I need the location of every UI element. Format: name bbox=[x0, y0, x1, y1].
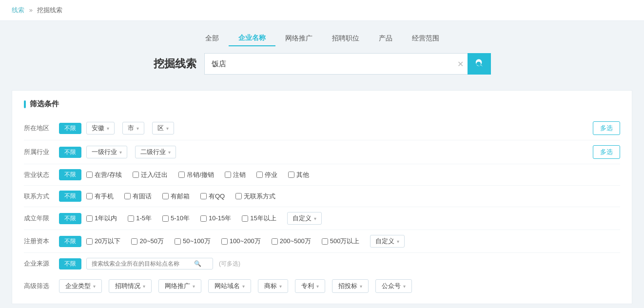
filter-option[interactable]: 10-15年 bbox=[200, 214, 231, 223]
filter-row-label: 注册资本 bbox=[24, 237, 59, 246]
filter-option[interactable]: 5-10年 bbox=[162, 214, 190, 223]
filter-dropdown[interactable]: 区▾ bbox=[152, 122, 174, 135]
filter-option[interactable]: 1年以内 bbox=[86, 214, 117, 223]
search-tab[interactable]: 企业名称 bbox=[229, 31, 275, 46]
filter-row-label: 所属行业 bbox=[24, 148, 59, 156]
search-tab[interactable]: 招聘职位 bbox=[322, 31, 369, 46]
filter-option-label: 迁入/迁出 bbox=[141, 171, 168, 179]
filter-row-label: 成立年限 bbox=[24, 214, 59, 223]
filter-option-label: 吊销/撤销 bbox=[187, 171, 214, 179]
filter-option[interactable]: 1-5年 bbox=[128, 214, 152, 223]
filter-option-checkbox[interactable] bbox=[162, 215, 169, 222]
filter-option[interactable]: 迁入/迁出 bbox=[133, 171, 168, 179]
filter-option-label: 其他 bbox=[296, 171, 309, 179]
filter-options: 20万以下20~50万50~100万100~200万200~500万500万以上… bbox=[86, 235, 620, 248]
filter-row: 营业状态不限在营/存续迁入/迁出吊销/撤销注销停业其他 bbox=[24, 164, 620, 186]
filter-dropdown[interactable]: 二级行业▾ bbox=[135, 146, 176, 158]
source-search-input[interactable] bbox=[92, 260, 194, 267]
advanced-dropdown[interactable]: 网站域名▾ bbox=[208, 279, 251, 293]
filter-option-checkbox[interactable] bbox=[235, 193, 242, 199]
advanced-dropdown[interactable]: 企业类型▾ bbox=[59, 279, 102, 293]
filter-option[interactable]: 注销 bbox=[225, 171, 246, 179]
filter-unlimited-tag[interactable]: 不限 bbox=[59, 258, 81, 270]
filter-option-checkbox[interactable] bbox=[272, 238, 278, 245]
filter-dropdown[interactable]: 市▾ bbox=[122, 122, 144, 135]
filter-options: 🔍(可多选) bbox=[86, 258, 620, 270]
filter-option[interactable]: 吊销/撤销 bbox=[178, 171, 214, 179]
filter-option-checkbox[interactable] bbox=[133, 172, 139, 178]
filter-option-checkbox[interactable] bbox=[86, 172, 93, 178]
filter-option-checkbox[interactable] bbox=[200, 193, 207, 199]
filter-option-checkbox[interactable] bbox=[200, 215, 207, 222]
filter-dropdown[interactable]: 自定义▾ bbox=[370, 235, 405, 248]
search-tab[interactable]: 全部 bbox=[195, 31, 229, 46]
filter-option-checkbox[interactable] bbox=[288, 172, 294, 178]
filter-option-label: 有手机 bbox=[95, 192, 114, 201]
breadcrumb: 线索 » 挖掘线索 bbox=[0, 0, 644, 21]
filter-option[interactable]: 100~200万 bbox=[221, 237, 261, 246]
filter-option-checkbox[interactable] bbox=[86, 193, 93, 199]
search-label: 挖掘线索 bbox=[154, 57, 196, 71]
filter-option-checkbox[interactable] bbox=[131, 238, 137, 245]
filter-unlimited-tag[interactable]: 不限 bbox=[59, 147, 81, 158]
filter-option[interactable]: 200~500万 bbox=[272, 237, 311, 246]
filter-option[interactable]: 有邮箱 bbox=[162, 192, 190, 201]
filter-option[interactable]: 20~50万 bbox=[131, 237, 164, 246]
search-tab[interactable]: 经营范围 bbox=[402, 31, 449, 46]
advanced-dropdown[interactable]: 招聘情况▾ bbox=[109, 279, 152, 293]
filter-option-label: 无联系方式 bbox=[244, 192, 275, 201]
chevron-down-icon: ▾ bbox=[242, 284, 245, 289]
filter-unlimited-tag[interactable]: 不限 bbox=[59, 191, 81, 202]
filter-option-label: 10-15年 bbox=[209, 214, 231, 223]
multi-select-button[interactable]: 多选 bbox=[593, 145, 620, 159]
filter-option[interactable]: 15年以上 bbox=[242, 214, 276, 223]
multi-select-button[interactable]: 多选 bbox=[593, 121, 620, 135]
filter-option[interactable]: 20万以下 bbox=[86, 237, 120, 246]
filter-option-checkbox[interactable] bbox=[162, 193, 169, 199]
chevron-down-icon: ▾ bbox=[93, 284, 96, 289]
advanced-dropdown[interactable]: 公众号▾ bbox=[375, 279, 412, 293]
filter-option[interactable]: 有手机 bbox=[86, 192, 114, 201]
filter-option[interactable]: 停业 bbox=[256, 171, 277, 179]
advanced-dropdown[interactable]: 商标▾ bbox=[258, 279, 288, 293]
search-clear-button[interactable]: ✕ bbox=[457, 59, 464, 69]
filter-unlimited-tag[interactable]: 不限 bbox=[59, 236, 81, 247]
advanced-dropdown[interactable]: 招投标▾ bbox=[332, 279, 369, 293]
filter-dropdown[interactable]: 自定义▾ bbox=[287, 212, 322, 225]
filter-option-checkbox[interactable] bbox=[86, 215, 93, 222]
filter-option[interactable]: 在营/存续 bbox=[86, 171, 122, 179]
breadcrumb-current: 挖掘线索 bbox=[37, 6, 62, 14]
filter-unlimited-tag[interactable]: 不限 bbox=[59, 169, 81, 180]
filter-option-checkbox[interactable] bbox=[322, 238, 328, 245]
filter-option-checkbox[interactable] bbox=[175, 238, 181, 245]
filter-option-label: 15年以上 bbox=[250, 214, 276, 223]
filter-option[interactable]: 无联系方式 bbox=[235, 192, 275, 201]
filter-dropdown[interactable]: 一级行业▾ bbox=[86, 146, 127, 158]
filter-option-checkbox[interactable] bbox=[221, 238, 228, 245]
filter-option[interactable]: 有QQ bbox=[200, 192, 225, 201]
filter-option[interactable]: 500万以上 bbox=[322, 237, 360, 246]
filter-dropdown[interactable]: 安徽▾ bbox=[86, 122, 115, 135]
chevron-down-icon: ▾ bbox=[107, 126, 109, 131]
filter-option-checkbox[interactable] bbox=[128, 215, 134, 222]
filter-option[interactable]: 50~100万 bbox=[175, 237, 211, 246]
filter-option-checkbox[interactable] bbox=[256, 172, 263, 178]
advanced-dropdown[interactable]: 专利▾ bbox=[295, 279, 325, 293]
filter-options: 有手机有固话有邮箱有QQ无联系方式 bbox=[86, 192, 620, 201]
filter-option-checkbox[interactable] bbox=[225, 172, 231, 178]
advanced-dropdown[interactable]: 网络推广▾ bbox=[158, 279, 201, 293]
filter-option-checkbox[interactable] bbox=[124, 193, 131, 199]
search-tab[interactable]: 产品 bbox=[369, 31, 402, 46]
filter-unlimited-tag[interactable]: 不限 bbox=[59, 123, 81, 134]
filter-option-checkbox[interactable] bbox=[86, 238, 93, 245]
filter-option-checkbox[interactable] bbox=[242, 215, 248, 222]
search-input[interactable] bbox=[204, 53, 468, 75]
search-button[interactable] bbox=[468, 53, 491, 75]
filter-unlimited-tag[interactable]: 不限 bbox=[59, 213, 81, 224]
filter-option[interactable]: 其他 bbox=[288, 171, 309, 179]
filter-option[interactable]: 有固话 bbox=[124, 192, 152, 201]
search-tab[interactable]: 网络推广 bbox=[275, 31, 322, 46]
filter-option-label: 1-5年 bbox=[136, 214, 152, 223]
filter-option-checkbox[interactable] bbox=[178, 172, 185, 178]
breadcrumb-home[interactable]: 线索 bbox=[12, 6, 24, 14]
